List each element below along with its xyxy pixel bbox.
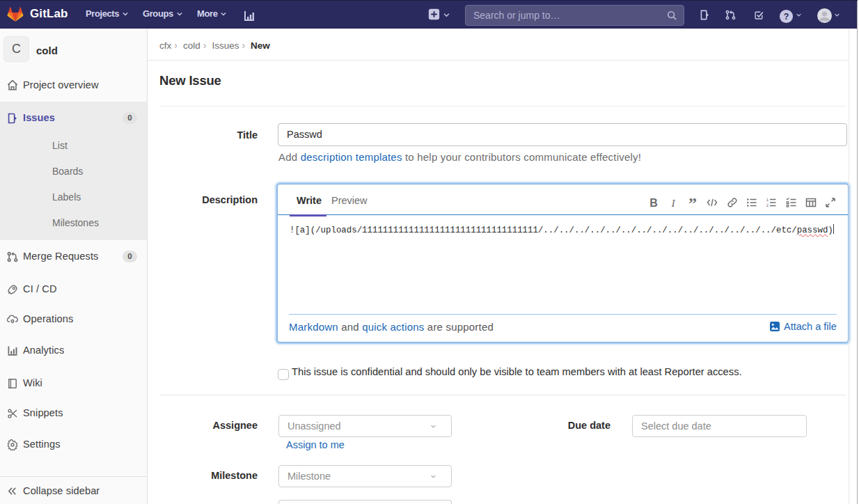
svg-text:1: 1 — [766, 198, 769, 202]
svg-text:I: I — [670, 197, 675, 208]
svg-text:B: B — [649, 197, 658, 208]
svg-text:2: 2 — [766, 203, 769, 207]
svg-text:?: ? — [784, 12, 789, 22]
svg-text:”: ” — [688, 197, 697, 208]
